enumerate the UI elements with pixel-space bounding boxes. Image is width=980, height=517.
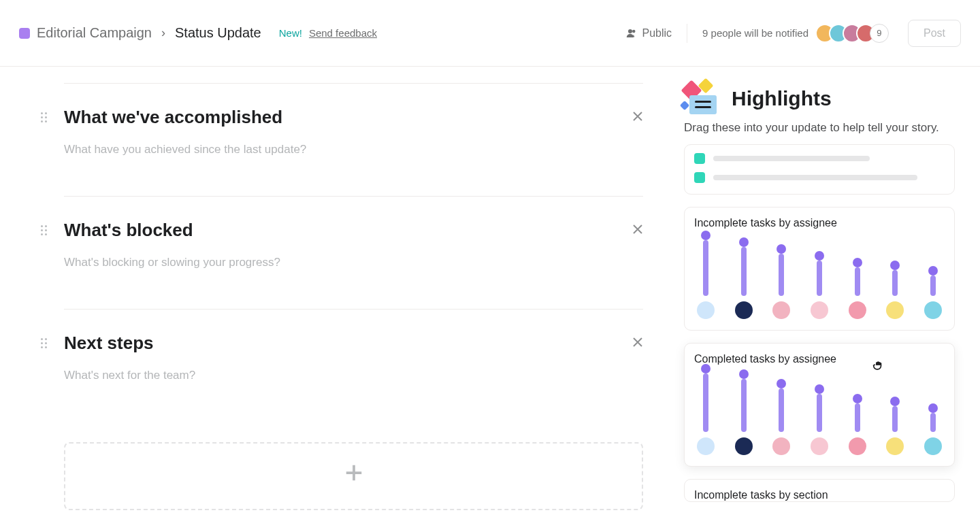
divider [687, 24, 687, 43]
close-icon [632, 337, 643, 348]
lollipop-chart [694, 375, 945, 455]
lollipop-chart [694, 239, 945, 319]
section-placeholder[interactable]: What's next for the team? [64, 369, 643, 382]
highlights-title: Highlights [732, 87, 832, 110]
update-editor: What we've accomplished What have you ac… [0, 67, 684, 517]
card-title: Completed tasks by assignee [694, 353, 945, 365]
send-feedback-link[interactable]: Send feedback [309, 27, 377, 39]
visibility-label: Public [642, 27, 672, 39]
placeholder-bar [713, 175, 917, 180]
notify-count-text: 9 people will be notified [702, 27, 808, 39]
close-icon [632, 111, 643, 122]
highlights-icon [684, 83, 721, 114]
card-title: Incomplete tasks by assignee [694, 217, 945, 229]
breadcrumb-current: Status Update [175, 25, 261, 41]
section-title[interactable]: What we've accomplished [64, 107, 643, 128]
plus-icon [344, 463, 364, 483]
checkbox-icon [694, 172, 705, 183]
highlight-card-completed-by-assignee[interactable]: Completed tasks by assignee [684, 343, 955, 467]
section-accomplished[interactable]: What we've accomplished What have you ac… [64, 83, 643, 196]
close-icon [632, 224, 643, 235]
placeholder-bar [713, 156, 870, 161]
remove-section-button[interactable] [632, 337, 643, 350]
highlight-card-task-list[interactable] [684, 144, 955, 195]
checkbox-icon [694, 153, 705, 164]
remove-section-button[interactable] [632, 224, 643, 237]
section-placeholder[interactable]: What have you achieved since the last up… [64, 143, 643, 156]
card-title: Incomplete tasks by section [694, 489, 945, 501]
chevron-right-icon: › [161, 26, 165, 40]
drag-handle-icon[interactable] [41, 112, 47, 122]
people-icon [624, 27, 636, 39]
add-section-button[interactable] [64, 442, 643, 510]
breadcrumb-project[interactable]: Editorial Campaign [37, 25, 152, 41]
breadcrumb: Editorial Campaign › Status Update [37, 25, 261, 41]
section-next-steps[interactable]: Next steps What's next for the team? [64, 309, 643, 422]
section-blocked[interactable]: What's blocked What's blocking or slowin… [64, 196, 643, 309]
drag-handle-icon[interactable] [41, 225, 47, 235]
visibility-toggle[interactable]: Public [624, 27, 672, 39]
highlights-panel: Highlights Drag these into your update t… [684, 67, 980, 517]
highlight-card-incomplete-by-section[interactable]: Incomplete tasks by section [684, 479, 955, 502]
remove-section-button[interactable] [632, 111, 643, 124]
notify-avatars[interactable]: 9 [815, 24, 889, 43]
highlights-subtitle: Drag these into your update to help tell… [684, 121, 980, 135]
section-title[interactable]: What's blocked [64, 220, 643, 241]
highlight-card-incomplete-by-assignee[interactable]: Incomplete tasks by assignee [684, 207, 955, 331]
avatar-overflow-count: 9 [870, 24, 889, 43]
drag-handle-icon[interactable] [41, 338, 47, 348]
header-bar: Editorial Campaign › Status Update New! … [0, 0, 980, 67]
new-badge: New! [279, 27, 302, 39]
section-title[interactable]: Next steps [64, 333, 643, 354]
post-button[interactable]: Post [908, 20, 961, 47]
project-color-chip [19, 28, 30, 39]
section-placeholder[interactable]: What's blocking or slowing your progress… [64, 256, 643, 269]
